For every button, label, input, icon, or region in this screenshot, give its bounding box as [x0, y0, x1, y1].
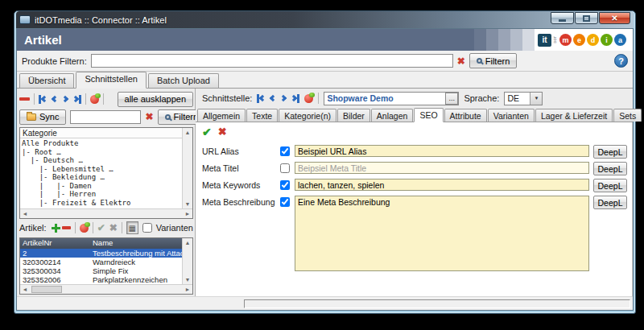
scroll-left-icon[interactable]: ◄ — [20, 285, 30, 294]
chevron-down-icon: ▼ — [530, 93, 542, 105]
nav-first-button[interactable] — [257, 94, 265, 103]
interface-sync-icon[interactable] — [304, 94, 313, 103]
tab-allgemein[interactable]: Allgemein — [197, 109, 246, 122]
titlebar[interactable]: itDOTmedia :: Connector :: Artikel ✕ — [16, 11, 634, 28]
deepl-button[interactable]: DeepL — [593, 145, 627, 159]
cancel-icon[interactable]: ✖ — [109, 223, 118, 233]
save-icon[interactable]: ✔ — [202, 126, 212, 138]
expand-all-button[interactable]: alle ausklappen — [118, 92, 193, 107]
tab-sets[interactable]: Sets — [613, 109, 642, 122]
category-filter-input[interactable] — [70, 110, 141, 124]
category-tree: Kategorie Alle Produkte |- Root … |- Deu… — [19, 127, 193, 219]
scroll-down-icon[interactable]: ▼ — [183, 200, 192, 208]
meta-keywords-checkbox[interactable] — [280, 180, 290, 190]
table-row[interactable]: 2 Testbeschreibung mit Attachment, IMG — [20, 249, 182, 258]
tab-batch-upload[interactable]: Batch Upload — [148, 73, 219, 88]
url-alias-input[interactable] — [295, 145, 589, 157]
nav-prev-button[interactable] — [270, 95, 276, 101]
separator — [318, 93, 319, 104]
nav-next-button[interactable] — [280, 95, 287, 101]
deepl-button[interactable]: DeepL — [593, 179, 627, 192]
sync-button[interactable]: Sync — [19, 109, 66, 125]
meta-beschreibung-label: Meta Beschreibung — [202, 196, 280, 207]
app-window: itDOTmedia :: Connector :: Artikel ✕ Art… — [14, 10, 636, 314]
connector-select-field[interactable]: Shopware Demo ... — [324, 92, 459, 105]
tab-seo[interactable]: SEO — [414, 108, 443, 122]
help-button[interactable]: ? — [614, 54, 628, 68]
meta-titel-checkbox[interactable] — [280, 163, 290, 173]
deepl-button[interactable]: DeepL — [593, 162, 627, 175]
nav-first-button[interactable] — [39, 95, 47, 104]
nav-prev-button[interactable] — [52, 96, 58, 102]
table-row[interactable]: 320300214 Warndreieck — [20, 258, 182, 266]
scroll-right-icon[interactable]: ► — [183, 209, 192, 218]
variants-view-button[interactable]: ▦ — [126, 221, 138, 234]
article-table-header: ArtikelNr Name — [20, 238, 182, 249]
separator — [93, 222, 93, 233]
scroll-right-icon[interactable]: ► — [183, 285, 192, 294]
column-name[interactable]: Name — [91, 238, 182, 249]
varianten-checkbox[interactable] — [142, 223, 152, 233]
scrollbar-thumb[interactable] — [31, 286, 62, 293]
meta-beschreibung-row: Meta Beschreibung DeepL — [202, 196, 627, 271]
remove-article-icon[interactable] — [62, 226, 70, 229]
nav-last-button[interactable] — [73, 95, 81, 104]
browse-button[interactable]: ... — [445, 93, 458, 105]
status-bar — [17, 296, 633, 310]
table-row[interactable]: 325300034 Simple Fix — [20, 266, 182, 275]
tab-lager-lieferzeit[interactable]: Lager & Lieferzeit — [535, 109, 613, 122]
tab-bilder[interactable]: Bilder — [337, 109, 370, 122]
table-horizontal-scrollbar[interactable]: ◄ ► — [20, 284, 192, 294]
tab-anlagen[interactable]: Anlagen — [371, 109, 414, 122]
filter-button[interactable]: Filtern — [469, 53, 518, 68]
connector-sync-icon[interactable] — [90, 95, 99, 104]
meta-keywords-input[interactable] — [295, 179, 589, 191]
separator — [103, 93, 104, 105]
tab-texte[interactable]: Texte — [246, 109, 278, 122]
add-article-icon[interactable] — [51, 223, 59, 233]
tab-schnittstellen[interactable]: Schnittstellen — [76, 72, 146, 89]
artikel-label: Artikel: — [19, 223, 47, 233]
discard-icon[interactable]: ✖ — [218, 127, 227, 137]
tab-kategorien[interactable]: Kategorie(n) — [279, 109, 336, 122]
table-vertical-scrollbar[interactable]: ▲ ▼ — [182, 238, 192, 284]
minimize-button[interactable] — [551, 12, 574, 24]
close-button[interactable]: ✕ — [599, 12, 630, 24]
maximize-button[interactable] — [575, 12, 598, 24]
meta-titel-label: Meta Titel — [202, 162, 280, 173]
scroll-up-icon[interactable]: ▲ — [183, 128, 192, 137]
logo-circle-d: d — [587, 34, 599, 46]
meta-titel-input[interactable] — [295, 162, 589, 174]
search-icon — [477, 58, 482, 64]
tree-vertical-scrollbar[interactable]: ▲ ▼ — [182, 128, 192, 208]
deepl-button[interactable]: DeepL — [593, 196, 627, 209]
nav-last-button[interactable] — [291, 94, 299, 103]
language-select[interactable]: DE ▼ — [504, 92, 543, 105]
table-row[interactable]: 325352006 Parkplatzkennzeichen — [20, 275, 182, 284]
tab-attribute[interactable]: Attribute — [444, 109, 487, 122]
itdotmedia-logo: it DOT m e d i a — [535, 29, 633, 51]
clear-filter-icon[interactable]: ✖ — [457, 56, 465, 66]
scroll-left-icon[interactable]: ◄ — [20, 209, 30, 218]
tree-content[interactable]: Alle Produkte |- Root … |- Deutsch … |- … — [20, 138, 182, 208]
meta-beschreibung-checkbox[interactable] — [280, 197, 290, 207]
scroll-up-icon[interactable]: ▲ — [183, 238, 192, 247]
tab-uebersicht[interactable]: Übersicht — [19, 73, 74, 88]
search-icon — [165, 114, 171, 120]
confirm-icon[interactable]: ✔ — [97, 222, 105, 233]
url-alias-checkbox[interactable] — [280, 146, 290, 156]
tab-varianten[interactable]: Varianten — [488, 109, 535, 122]
scroll-down-icon[interactable]: ▼ — [183, 275, 192, 284]
clear-category-filter-icon[interactable]: ✖ — [145, 112, 153, 122]
page-title: Artikel — [17, 33, 474, 47]
article-sync-icon[interactable] — [80, 224, 89, 233]
header-fade-stripes — [474, 29, 535, 51]
tree-horizontal-scrollbar[interactable]: ◄ ► — [20, 208, 192, 218]
detail-tab-strip: Allgemein Texte Kategorie(n) Bilder Anla… — [196, 108, 633, 122]
remove-icon[interactable] — [19, 97, 30, 101]
column-artikelnr[interactable]: ArtikelNr — [20, 238, 91, 249]
product-filter-input[interactable] — [91, 54, 453, 68]
meta-beschreibung-textarea[interactable] — [295, 196, 589, 271]
product-filter-bar: Produkte Filtern: ✖ Filtern ? — [17, 51, 633, 72]
nav-next-button[interactable] — [62, 96, 68, 102]
